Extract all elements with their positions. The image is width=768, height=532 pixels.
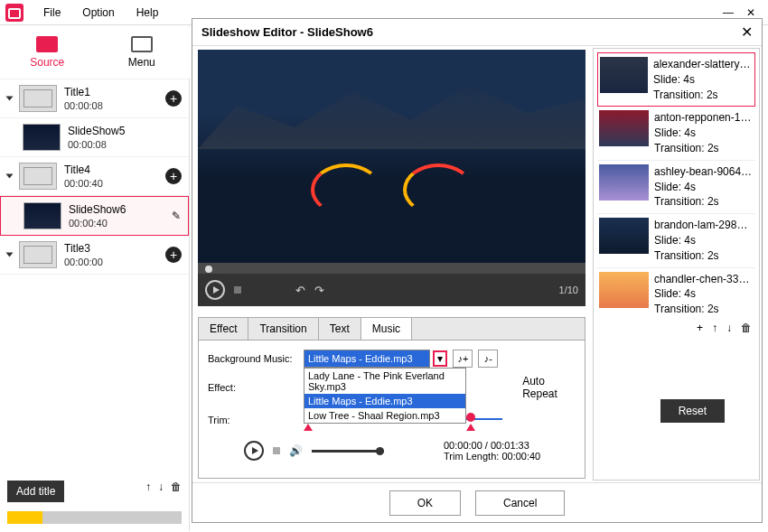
slide-filename: ashley-bean-90641-... bbox=[654, 164, 754, 180]
volume-icon[interactable]: 🔊 bbox=[289, 444, 303, 457]
thumbnail bbox=[23, 124, 61, 151]
bg-music-dropdown: Lady Lane - The Pink Everland Sky.mp3Lit… bbox=[304, 368, 466, 424]
list-item[interactable]: SlideShow500:00:08 bbox=[0, 118, 189, 157]
remove-music-button[interactable]: ♪- bbox=[478, 350, 498, 368]
slide-filename: alexander-slattery-3... bbox=[653, 57, 753, 72]
volume-slider[interactable] bbox=[312, 450, 384, 453]
expand-icon[interactable] bbox=[6, 253, 14, 257]
play-button[interactable] bbox=[205, 280, 225, 300]
trim-play-button[interactable] bbox=[244, 441, 264, 461]
slide-transition: Transition: 2s bbox=[654, 248, 754, 264]
slide-duration: Slide: 4s bbox=[653, 72, 753, 88]
rotate-left-icon[interactable]: ↶ bbox=[295, 284, 305, 297]
slide-item[interactable]: anton-repponen-10...Slide: 4sTransition:… bbox=[597, 107, 755, 160]
thumbnail bbox=[19, 163, 57, 190]
preview-image bbox=[198, 50, 585, 263]
slide-thumbnail bbox=[600, 57, 648, 93]
list-item[interactable]: Title400:00:40+ bbox=[0, 157, 189, 196]
cancel-button[interactable]: Cancel bbox=[475, 490, 565, 516]
music-option[interactable]: Low Tree - Shaal Region.mp3 bbox=[304, 408, 465, 423]
tab-source-label: Source bbox=[30, 56, 64, 69]
add-slide-icon[interactable]: + bbox=[697, 322, 703, 334]
close-dialog-button[interactable]: ✕ bbox=[741, 23, 753, 41]
item-title: Title1 bbox=[64, 86, 158, 98]
reset-button[interactable]: Reset bbox=[660, 399, 725, 423]
slide-transition: Transition: 2s bbox=[654, 302, 754, 314]
trim-length: Trim Length: 00:00:40 bbox=[444, 451, 540, 462]
item-title: SlideShow5 bbox=[68, 125, 182, 137]
tab-menu-label: Menu bbox=[128, 56, 155, 69]
trash-icon[interactable]: 🗑 bbox=[171, 481, 182, 493]
expand-icon[interactable] bbox=[6, 97, 14, 101]
menu-file[interactable]: File bbox=[33, 6, 71, 19]
trim-stop-button[interactable] bbox=[273, 447, 280, 454]
list-item[interactable]: SlideShow600:00:40✎ bbox=[0, 196, 189, 236]
slide-item[interactable]: ashley-bean-90641-...Slide: 4sTransition… bbox=[597, 161, 755, 214]
stop-button[interactable] bbox=[234, 286, 241, 294]
item-title: Title3 bbox=[64, 242, 158, 255]
up-icon[interactable]: ↑ bbox=[145, 481, 151, 493]
slide-duration: Slide: 4s bbox=[654, 180, 754, 195]
trim-start-marker[interactable] bbox=[304, 424, 313, 431]
trim-end-handle[interactable] bbox=[466, 413, 475, 422]
slide-item[interactable]: brandon-lam-29892...Slide: 4sTransition:… bbox=[597, 214, 755, 267]
combo-dropdown-button[interactable]: ▾ bbox=[433, 350, 447, 367]
list-item[interactable]: Title300:00:00+ bbox=[0, 236, 189, 275]
music-option[interactable]: Little Maps - Eddie.mp3 bbox=[304, 394, 465, 408]
expand-icon[interactable] bbox=[6, 174, 14, 179]
slide-transition: Transition: 2s bbox=[654, 141, 754, 156]
edit-icon[interactable]: ✎ bbox=[172, 210, 181, 222]
slide-filename: chandler-chen-3333... bbox=[654, 272, 754, 287]
slide-up-icon[interactable]: ↑ bbox=[712, 322, 717, 334]
tab-text[interactable]: Text bbox=[319, 318, 361, 340]
slide-transition: Transition: 2s bbox=[653, 88, 753, 103]
effect-label: Effect: bbox=[208, 382, 298, 393]
minimize-icon[interactable]: — bbox=[723, 6, 739, 19]
tab-music[interactable]: Music bbox=[361, 318, 412, 340]
ok-button[interactable]: OK bbox=[389, 490, 461, 516]
item-title: SlideShow6 bbox=[69, 203, 164, 216]
dialog-title: Slideshow Editor - SlideShow6 bbox=[201, 25, 373, 39]
slide-item[interactable]: chandler-chen-3333...Slide: 4sTransition… bbox=[597, 268, 755, 314]
trim-label: Trim: bbox=[208, 415, 298, 425]
slide-item[interactable]: alexander-slattery-3...Slide: 4sTransiti… bbox=[597, 52, 755, 107]
menu-option[interactable]: Option bbox=[71, 6, 125, 19]
slide-transition: Transition: 2s bbox=[654, 194, 754, 210]
preview-area: ↶ ↷ 1/10 bbox=[198, 50, 585, 306]
slide-duration: Slide: 4s bbox=[654, 233, 754, 248]
add-title-button[interactable]: Add title bbox=[7, 481, 64, 502]
thumbnail bbox=[19, 241, 57, 268]
slide-thumbnail bbox=[599, 110, 649, 146]
trim-end-marker[interactable] bbox=[466, 424, 475, 431]
timeline-bar[interactable] bbox=[7, 511, 182, 524]
menu-icon bbox=[131, 36, 153, 52]
tab-transition[interactable]: Transition bbox=[248, 318, 318, 340]
add-button[interactable]: + bbox=[165, 168, 182, 184]
menu-help[interactable]: Help bbox=[126, 6, 170, 19]
bg-music-combo[interactable] bbox=[304, 350, 430, 368]
tab-effect[interactable]: Effect bbox=[199, 318, 248, 340]
bg-music-label: Background Music: bbox=[208, 353, 298, 364]
delete-slide-icon[interactable]: 🗑 bbox=[741, 322, 752, 334]
slide-thumbnail bbox=[599, 218, 649, 254]
slide-duration: Slide: 4s bbox=[654, 126, 754, 141]
rotate-right-icon[interactable]: ↷ bbox=[314, 284, 324, 297]
tab-source[interactable]: Source bbox=[0, 25, 95, 79]
item-duration: 00:00:40 bbox=[69, 218, 164, 229]
music-option[interactable]: Lady Lane - The Pink Everland Sky.mp3 bbox=[304, 369, 465, 394]
scrubber[interactable] bbox=[198, 263, 585, 274]
slide-thumbnail bbox=[599, 272, 649, 308]
slide-filename: brandon-lam-29892... bbox=[654, 218, 754, 233]
down-icon[interactable]: ↓ bbox=[158, 481, 164, 493]
tab-menu[interactable]: Menu bbox=[95, 25, 190, 79]
close-icon[interactable]: ✕ bbox=[746, 6, 763, 19]
list-item[interactable]: Title100:00:08+ bbox=[0, 79, 189, 118]
add-music-button[interactable]: ♪+ bbox=[453, 350, 473, 368]
slide-down-icon[interactable]: ↓ bbox=[726, 322, 732, 334]
add-button[interactable]: + bbox=[165, 247, 182, 263]
item-duration: 00:00:08 bbox=[68, 139, 182, 150]
app-logo-icon bbox=[5, 4, 23, 22]
slide-counter: 1/10 bbox=[559, 285, 578, 295]
trim-time: 00:00:00 / 00:01:33 bbox=[444, 440, 540, 451]
add-button[interactable]: + bbox=[165, 90, 182, 107]
